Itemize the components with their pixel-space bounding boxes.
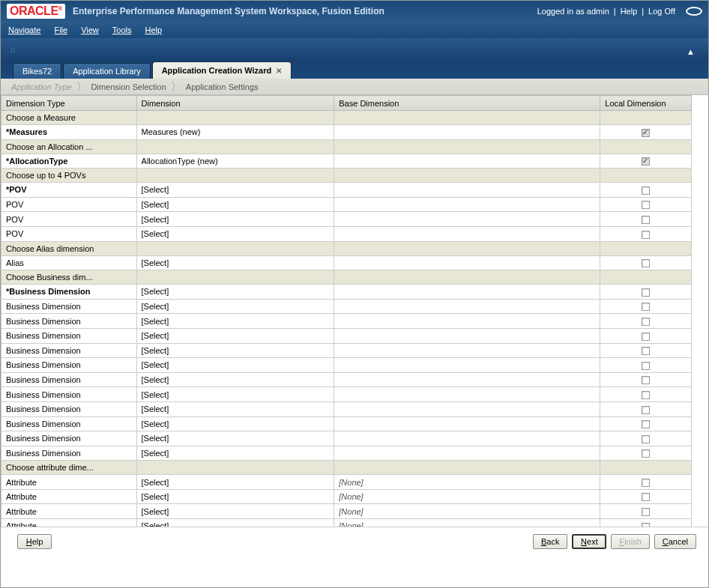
cell-base-dimension[interactable]: [None]: [334, 504, 600, 519]
cell-local-dimension: [600, 489, 692, 504]
close-icon[interactable]: ✕: [276, 67, 282, 75]
cell-dimension-select[interactable]: [Select]: [136, 401, 334, 416]
local-dimension-checkbox[interactable]: [642, 420, 650, 428]
tab-bikes72[interactable]: Bikes72: [13, 63, 61, 79]
cell-dimension-select[interactable]: [Select]: [136, 358, 334, 373]
cell-dimension-select[interactable]: [Select]: [136, 183, 334, 198]
cell-dimension-type: Business Dimension: [1, 328, 137, 343]
cell-base-dimension[interactable]: [None]: [334, 475, 600, 490]
cell-dimension-select[interactable]: [Select]: [136, 387, 334, 402]
breadcrumb-step-dimension-selection[interactable]: Dimension Selection: [91, 82, 166, 91]
col-header-local-dimension[interactable]: Local Dimension: [600, 96, 692, 111]
breadcrumb-step-application-settings[interactable]: Application Settings: [186, 82, 259, 91]
cell-local-dimension: [600, 416, 692, 431]
menu-help[interactable]: Help: [145, 25, 163, 34]
local-dimension-checkbox[interactable]: [642, 508, 650, 516]
next-button[interactable]: Next: [572, 534, 606, 549]
cell-local-dimension: [600, 519, 692, 527]
local-dimension-checkbox[interactable]: [642, 362, 650, 370]
cell-dimension-type: Business Dimension: [1, 401, 137, 416]
tab-application-library[interactable]: Application Library: [63, 63, 151, 79]
cell-dimension-select[interactable]: [Select]: [136, 519, 334, 527]
col-header-base-dimension[interactable]: Base Dimension: [334, 96, 600, 111]
cell-dimension-select[interactable]: [Select]: [136, 285, 334, 300]
local-dimension-checkbox[interactable]: [642, 391, 650, 399]
help-link[interactable]: Help: [621, 7, 638, 16]
cell-dimension-select[interactable]: [Select]: [136, 446, 334, 461]
tab-application-creation-wizard[interactable]: Application Creation Wizard ✕: [152, 61, 292, 79]
local-dimension-checkbox[interactable]: [642, 201, 650, 209]
cell-dimension-select[interactable]: [Select]: [136, 197, 334, 212]
table-row: Business Dimension[Select]: [1, 314, 692, 329]
cell-dimension-select[interactable]: [Select]: [136, 255, 334, 270]
cell-base-dimension: [334, 299, 600, 314]
local-dimension-checkbox[interactable]: [642, 406, 650, 414]
cancel-button[interactable]: Cancel: [654, 534, 696, 549]
local-dimension-checkbox[interactable]: [642, 376, 650, 384]
cell-dimension-select[interactable]: [Select]: [136, 372, 334, 387]
cell-local-dimension: [600, 197, 692, 212]
local-dimension-checkbox[interactable]: [642, 187, 650, 195]
local-dimension-checkbox[interactable]: [642, 493, 650, 501]
local-dimension-checkbox[interactable]: [642, 231, 650, 239]
local-dimension-checkbox[interactable]: [642, 479, 650, 487]
menu-tools[interactable]: Tools: [112, 25, 132, 34]
menu-file[interactable]: File: [54, 25, 67, 34]
cell-local-dimension: [600, 314, 692, 329]
cell-dimension-select[interactable]: [Select]: [136, 416, 334, 431]
cell-local-dimension: [600, 372, 692, 387]
col-header-dimension[interactable]: Dimension: [136, 96, 334, 111]
cell-local-dimension: [600, 212, 692, 227]
cell-local-dimension: [600, 328, 692, 343]
table-row: Choose a Measure: [1, 111, 692, 125]
cell-dimension-select[interactable]: [Select]: [136, 343, 334, 358]
cell-base-dimension[interactable]: [None]: [334, 489, 600, 504]
cell-dimension-select[interactable]: [Select]: [136, 504, 334, 519]
local-dimension-checkbox[interactable]: [642, 333, 650, 341]
table-row: Choose an Allocation ...: [1, 139, 692, 154]
cell-dimension-select[interactable]: Measures (new): [136, 125, 334, 140]
menu-view[interactable]: View: [81, 25, 99, 34]
cell-dimension-select[interactable]: [Select]: [136, 314, 334, 329]
cell-dimension-select[interactable]: [Select]: [136, 299, 334, 314]
cell-dimension-type: *Measures: [1, 125, 137, 140]
cell-dimension-select[interactable]: [Select]: [136, 489, 334, 504]
collapse-toggle-icon[interactable]: ▲: [687, 47, 695, 56]
table-scroll[interactable]: Dimension Type Dimension Base Dimension …: [1, 95, 708, 527]
breadcrumb-step-application-type[interactable]: Application Type: [11, 82, 72, 91]
local-dimension-checkbox[interactable]: [642, 449, 650, 458]
cell-base-dimension: [334, 343, 600, 358]
cell-local-dimension: [600, 154, 692, 169]
cell-dimension-select[interactable]: [Select]: [136, 212, 334, 227]
cell-dimension-select[interactable]: AllocationType (new): [136, 154, 334, 169]
help-button[interactable]: Help: [17, 534, 52, 549]
local-dimension-checkbox[interactable]: [642, 288, 650, 297]
local-dimension-checkbox[interactable]: [642, 259, 650, 267]
section-header: Choose Alias dimension: [1, 241, 137, 255]
tab-wizard-label: Application Creation Wizard: [162, 66, 272, 75]
local-dimension-checkbox[interactable]: [642, 523, 650, 527]
cell-dimension-type: Business Dimension: [1, 372, 137, 387]
cell-local-dimension: [600, 446, 692, 461]
table-row: *POV[Select]: [1, 183, 692, 198]
cell-dimension-select[interactable]: [Select]: [136, 431, 334, 446]
local-dimension-checkbox[interactable]: [642, 435, 650, 443]
local-dimension-checkbox[interactable]: [642, 216, 650, 224]
table-row: POV[Select]: [1, 197, 692, 212]
cell-dimension-select[interactable]: [Select]: [136, 226, 334, 241]
cell-base-dimension: [334, 183, 600, 198]
cell-dimension-select[interactable]: [Select]: [136, 475, 334, 490]
menu-navigate[interactable]: Navigate: [8, 25, 40, 34]
table-row: Attribute[Select][None]: [1, 475, 692, 490]
col-header-dimension-type[interactable]: Dimension Type: [1, 96, 137, 111]
back-button[interactable]: Back: [533, 534, 567, 549]
cell-dimension-select[interactable]: [Select]: [136, 328, 334, 343]
home-icon[interactable]: ⌂: [10, 44, 15, 55]
local-dimension-checkbox[interactable]: [642, 303, 650, 311]
local-dimension-checkbox[interactable]: [642, 347, 650, 355]
local-dimension-checkbox[interactable]: [642, 318, 650, 326]
table-row: Business Dimension[Select]: [1, 431, 692, 446]
section-header: Choose up to 4 POVs: [1, 169, 137, 183]
logoff-link[interactable]: Log Off: [648, 7, 675, 16]
cell-base-dimension[interactable]: [None]: [334, 519, 600, 527]
